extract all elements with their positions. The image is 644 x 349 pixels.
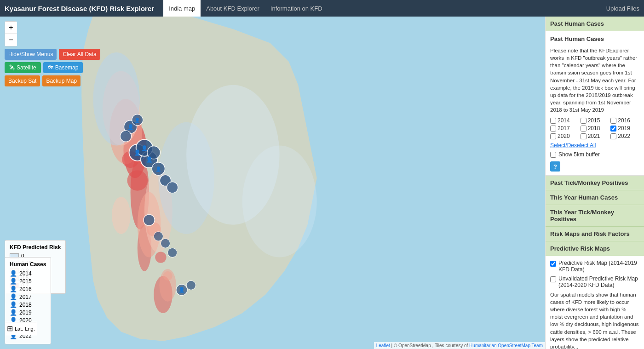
main-nav: India map About KFD Explorer Information… bbox=[163, 0, 606, 17]
clear-all-button[interactable]: Clear All Data bbox=[59, 49, 100, 60]
year-checkboxes: 201420152016201720182019202020212022 bbox=[550, 117, 639, 139]
svg-text:👤: 👤 bbox=[127, 124, 134, 130]
svg-point-31 bbox=[144, 214, 155, 225]
human-legend-item-2019: 👤2019 bbox=[10, 309, 46, 316]
year-checkbox-2017[interactable] bbox=[550, 126, 556, 132]
year-label-2017: 2017 bbox=[558, 125, 570, 132]
year-checkbox-item-2020: 2020 bbox=[550, 133, 579, 139]
year-label-2019: 2019 bbox=[618, 125, 630, 132]
predictive-risk-header[interactable]: Predictive Risk Maps bbox=[546, 241, 644, 256]
past-human-cases-header[interactable]: Past Human Cases bbox=[546, 17, 644, 31]
satellite-icon: 🛰 bbox=[9, 64, 15, 71]
svg-text:👤: 👤 bbox=[155, 166, 161, 172]
svg-point-30 bbox=[120, 131, 131, 142]
year-checkbox-item-2016: 2016 bbox=[610, 117, 639, 124]
osm-text: © OpenStreetMap bbox=[394, 343, 431, 348]
backup-map-button[interactable]: Backup Map bbox=[42, 75, 80, 86]
predictive-description: Our spatial models show that human cases… bbox=[550, 291, 639, 349]
year-checkbox-item-2015: 2015 bbox=[581, 117, 610, 124]
year-checkbox-2015[interactable] bbox=[581, 118, 586, 124]
human-year-2016: 2016 bbox=[19, 286, 32, 292]
human-legend-item-2016: 👤2016 bbox=[10, 286, 46, 292]
select-deselect-link[interactable]: Select/Deselect All bbox=[550, 142, 639, 149]
control-buttons-row: Hide/Show Menus Clear All Data bbox=[5, 49, 100, 60]
year-checkbox-2019[interactable] bbox=[610, 126, 616, 132]
satellite-button[interactable]: 🛰 Satellite bbox=[5, 62, 41, 73]
human-cases-legend-title: Human Cases bbox=[10, 261, 46, 268]
human-icon-2019: 👤 bbox=[10, 309, 17, 316]
risk-maps-header[interactable]: Risk Maps and Risk Factors bbox=[546, 227, 644, 241]
buffer-checkbox[interactable] bbox=[550, 152, 556, 158]
svg-text:👤: 👤 bbox=[134, 149, 141, 156]
year-label-2015: 2015 bbox=[588, 117, 600, 124]
latlng-box: ⊞ Lat. Lng. bbox=[5, 322, 37, 335]
year-label-2022: 2022 bbox=[618, 133, 630, 139]
predictive-checkbox-2[interactable] bbox=[550, 276, 556, 282]
human-legend-item-2018: 👤2018 bbox=[10, 301, 46, 308]
right-panel: Past Human Cases Past Human Cases Please… bbox=[545, 17, 644, 349]
human-year-2014: 2014 bbox=[19, 270, 32, 277]
backup-sat-button[interactable]: Backup Sat bbox=[5, 75, 40, 86]
zoom-in-button[interactable]: + bbox=[5, 22, 17, 34]
zoom-out-button[interactable]: − bbox=[5, 34, 17, 46]
nav-info[interactable]: Information on KFD bbox=[265, 0, 328, 17]
predictive-checkbox-1-row: Predictive Risk Map (2014-2019 KFD Data) bbox=[550, 260, 639, 273]
help-button[interactable]: ? bbox=[550, 161, 560, 172]
nav-india-map[interactable]: India map bbox=[163, 0, 201, 17]
map-attribution: Leaflet | © OpenStreetMap , Tiles courte… bbox=[374, 342, 545, 349]
predictive-checkbox-2-row: Unvalidated Predictive Risk Map (2014-20… bbox=[550, 275, 639, 288]
year-checkbox-2018[interactable] bbox=[581, 126, 586, 132]
hot-link[interactable]: Humanitarian OpenStreetMap Team bbox=[469, 343, 543, 348]
svg-text:👤: 👤 bbox=[141, 145, 148, 151]
year-label-2020: 2020 bbox=[558, 133, 570, 139]
upload-link[interactable]: Upload Files bbox=[606, 5, 639, 12]
buffer-label: Show 5km buffer bbox=[558, 151, 600, 158]
year-checkbox-2022[interactable] bbox=[610, 133, 616, 139]
hide-show-button[interactable]: Hide/Show Menus bbox=[5, 49, 57, 60]
year-checkbox-2016[interactable] bbox=[610, 118, 616, 124]
location-icon[interactable]: ⊞ bbox=[7, 324, 13, 333]
svg-text:👤: 👤 bbox=[134, 117, 140, 123]
nav-about[interactable]: About KFD Explorer bbox=[201, 0, 265, 17]
year-checkbox-2014[interactable] bbox=[550, 118, 556, 124]
human-legend-item-2015: 👤2015 bbox=[10, 278, 46, 285]
this-year-tick-header[interactable]: This Year Tick/Monkey Positives bbox=[546, 205, 644, 227]
svg-text:👤: 👤 bbox=[178, 287, 185, 293]
map-controls: + − Hide/Show Menus Clear All Data 🛰 Sat… bbox=[5, 21, 100, 86]
zoom-controls: + − bbox=[5, 21, 17, 46]
layer-buttons-row: 🛰 Satellite 🗺 Basemap bbox=[5, 62, 100, 73]
basemap-button[interactable]: 🗺 Basemap bbox=[43, 62, 83, 73]
kfd-legend-title: KFD Predicted Risk bbox=[10, 244, 61, 251]
predictive-label-2: Unvalidated Predictive Risk Map (2014-20… bbox=[558, 275, 639, 288]
human-icon-2018: 👤 bbox=[10, 301, 17, 308]
main-content: 👤 👤 👤 👤 👤 👤 👤 + − Hide/Show Menus Clear … bbox=[0, 17, 644, 349]
svg-point-33 bbox=[161, 239, 170, 248]
year-label-2014: 2014 bbox=[558, 117, 570, 124]
human-icon-2017: 👤 bbox=[10, 293, 17, 300]
human-year-2017: 2017 bbox=[19, 294, 32, 300]
human-legend-item-2017: 👤2017 bbox=[10, 293, 46, 300]
human-year-2015: 2015 bbox=[19, 278, 32, 285]
year-checkbox-2021[interactable] bbox=[581, 133, 586, 139]
leaflet-link[interactable]: Leaflet bbox=[376, 343, 390, 348]
human-year-2018: 2018 bbox=[19, 302, 32, 308]
year-checkbox-item-2018: 2018 bbox=[581, 125, 610, 132]
map-container[interactable]: 👤 👤 👤 👤 👤 👤 👤 + − Hide/Show Menus Clear … bbox=[0, 17, 545, 349]
this-year-human-header[interactable]: This Year Human Cases bbox=[546, 190, 644, 205]
svg-point-32 bbox=[154, 232, 163, 241]
svg-point-27 bbox=[167, 182, 178, 193]
predictive-checkbox-1[interactable] bbox=[550, 261, 556, 267]
svg-point-19 bbox=[163, 271, 172, 280]
year-label-2018: 2018 bbox=[588, 125, 600, 132]
svg-point-20 bbox=[112, 197, 131, 234]
svg-text:👤: 👤 bbox=[146, 156, 153, 163]
year-checkbox-item-2022: 2022 bbox=[610, 133, 639, 139]
svg-point-18 bbox=[155, 252, 166, 263]
backup-buttons-row: Backup Sat Backup Map bbox=[5, 75, 100, 86]
tiles-text: Tiles courtesy of bbox=[435, 343, 468, 348]
app-header: Kyasanur Forest Disease (KFD) Risk Explo… bbox=[0, 0, 644, 17]
year-checkbox-2020[interactable] bbox=[550, 133, 556, 139]
past-tick-monkey-header[interactable]: Past Tick/Monkey Positives bbox=[546, 176, 644, 190]
human-icon-2016: 👤 bbox=[10, 286, 17, 292]
year-label-2021: 2021 bbox=[588, 133, 600, 139]
